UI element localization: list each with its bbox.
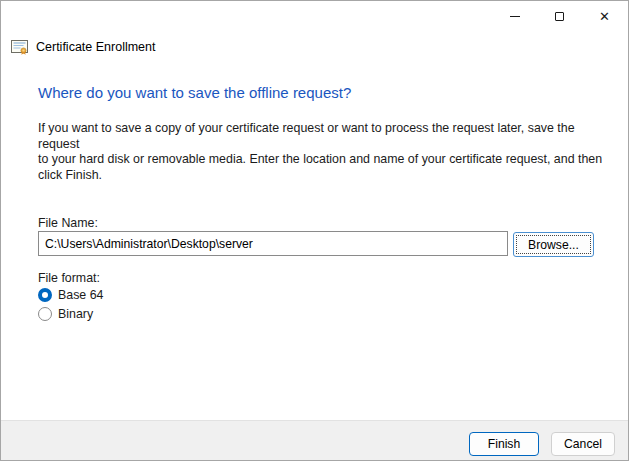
file-format-label: File format: — [38, 271, 100, 285]
description-line: If you want to save a copy of your certi… — [38, 121, 613, 152]
certificate-icon — [11, 39, 29, 55]
certificate-enrollment-dialog: ✕ Certificate Enrollment Where do you wa… — [0, 0, 629, 461]
radio-base64-label: Base 64 — [58, 288, 103, 302]
minimize-button[interactable] — [492, 2, 537, 31]
minimize-icon — [510, 16, 520, 17]
radio-base64[interactable]: Base 64 — [38, 288, 103, 302]
wizard-header: Certificate Enrollment — [11, 39, 156, 55]
description-line: to your hard disk or removable media. En… — [38, 152, 613, 168]
app-title: Certificate Enrollment — [36, 40, 156, 54]
file-name-input[interactable] — [38, 231, 508, 256]
page-title: Where do you want to save the offline re… — [38, 84, 351, 101]
radio-selected-icon[interactable] — [38, 288, 52, 302]
close-button[interactable]: ✕ — [582, 2, 627, 31]
finish-button[interactable]: Finish — [469, 432, 539, 456]
description-text: If you want to save a copy of your certi… — [38, 121, 613, 183]
maximize-button[interactable] — [537, 2, 582, 31]
cancel-button[interactable]: Cancel — [551, 432, 615, 456]
close-icon: ✕ — [599, 10, 610, 23]
caption-buttons: ✕ — [492, 2, 627, 31]
title-bar: ✕ — [1, 1, 628, 32]
description-line: click Finish. — [38, 168, 613, 184]
radio-binary-label: Binary — [58, 307, 93, 321]
file-name-label: File Name: — [38, 216, 98, 230]
radio-binary[interactable]: Binary — [38, 307, 93, 321]
browse-button[interactable]: Browse... — [513, 232, 594, 257]
radio-unselected-icon[interactable] — [38, 307, 52, 321]
maximize-icon — [555, 12, 564, 21]
